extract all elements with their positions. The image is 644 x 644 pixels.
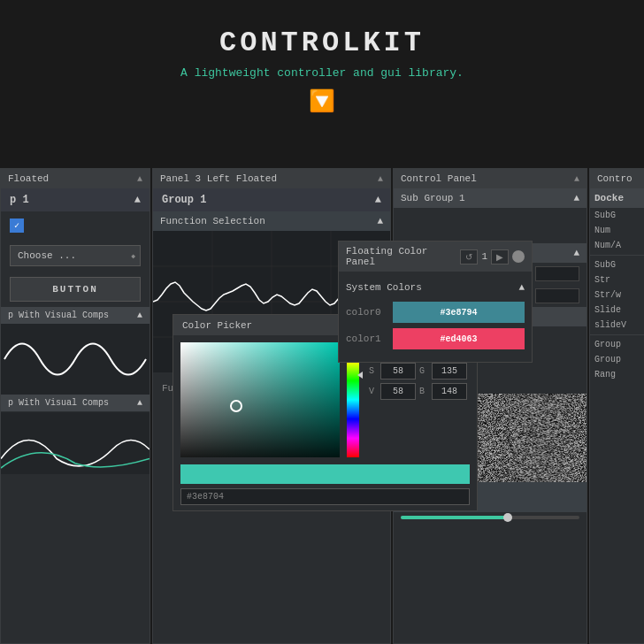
g-label: G: [419, 366, 428, 376]
color0-chip[interactable]: #3e8794: [393, 302, 525, 323]
visual-comp1-arrow: ▲: [137, 310, 142, 320]
ctrl-button[interactable]: BUTTON: [10, 277, 141, 302]
s-label: S: [366, 366, 377, 376]
fcp-title: Floating Color Panel: [346, 246, 460, 267]
visual-comp2-label: p With Visual Comps: [8, 398, 109, 408]
p4-strw: Str/w: [590, 288, 644, 303]
function-selection-label: Function Selection: [160, 216, 265, 226]
panel3-header: Control Panel ▲: [394, 169, 586, 188]
system-colors-arrow: ▲: [518, 282, 525, 293]
panel1-title: Floated: [8, 173, 49, 184]
subgroup1-header: Sub Group 1 ▲: [394, 188, 586, 208]
gradient-circle[interactable]: [230, 400, 242, 412]
fcp-reset-btn[interactable]: ↺: [460, 249, 478, 264]
wave-svg-1: [1, 324, 150, 395]
fcp-header-left: Floating Color Panel: [346, 246, 460, 267]
slider-thumb[interactable]: [503, 513, 512, 522]
panel1-arrow: ▲: [137, 174, 142, 184]
fcp-forward-btn[interactable]: ▶: [491, 249, 509, 264]
b-input[interactable]: [432, 383, 467, 400]
p4-subg: SubG: [590, 208, 644, 223]
hue-arrow: [357, 372, 363, 379]
v-row: V B: [366, 383, 470, 400]
checkbox-input[interactable]: ✓: [10, 218, 24, 233]
visual-comp1-header: p With Visual Comps ▲: [1, 307, 150, 324]
num-input[interactable]: [535, 266, 579, 281]
panel3-arrow: ▲: [574, 174, 579, 184]
panel-right-partial: Contro Docke SubG Num Num/A SubG Str Str…: [589, 168, 644, 644]
subgroup1-label: Sub Group 1: [401, 193, 465, 203]
g-input[interactable]: [432, 363, 467, 380]
panel1-group-arrow: ▲: [134, 194, 141, 206]
color1-value: #ed4063: [440, 334, 477, 344]
wave-display-2: [1, 412, 150, 474]
subgroup2-arrow: ▲: [573, 248, 579, 258]
panel1-group-label: p 1: [10, 194, 29, 206]
app-header: CONTROLKIT A lightweight controller and …: [0, 0, 644, 127]
color1-label: color1: [346, 334, 386, 344]
p4-num: Num: [590, 223, 644, 238]
app-subtitle: A lightweight controller and gui library…: [0, 66, 644, 80]
panel2-title: Panel 3 Left Floated: [160, 173, 277, 184]
visual-comp1-label: p With Visual Comps: [8, 310, 109, 320]
visual-comp-group1: p With Visual Comps ▲: [1, 307, 150, 395]
color-gradient[interactable]: [180, 342, 340, 457]
fcp-counter: 1: [481, 251, 487, 262]
color-preview: [180, 464, 470, 484]
slider-track: [401, 516, 579, 519]
subgroup1-arrow: ▲: [573, 193, 579, 203]
p4-numa: Num/A: [590, 238, 644, 253]
color0-label: color0: [346, 307, 386, 318]
checkbox-row: ✓: [1, 211, 150, 240]
p4-slidev: slideV: [590, 318, 644, 333]
p4-group2: Group: [590, 352, 644, 367]
wave-display-1: [1, 324, 150, 395]
panel1-header: Floated ▲: [1, 169, 150, 188]
p4-range: Rang: [590, 367, 644, 382]
fcp-header: Floating Color Panel ↺ 1 ▶: [339, 242, 532, 272]
fcp-dot-btn[interactable]: [512, 250, 525, 263]
slider-fill: [401, 516, 508, 519]
app-title: CONTROLKIT: [0, 27, 644, 59]
panel1-group-header: p 1 ▲: [1, 188, 150, 211]
visual-comp2-header: p With Visual Comps ▲: [1, 395, 150, 411]
p4-separator2: [590, 334, 644, 335]
function-selection-arrow: ▲: [377, 216, 383, 226]
function-selection-header: Function Selection ▲: [153, 211, 390, 231]
choose-select[interactable]: Choose ...: [10, 245, 141, 266]
panel3-title: Control Panel: [401, 173, 477, 184]
system-colors-header: System Colors ▲: [346, 279, 525, 296]
color0-value: #3e8794: [440, 308, 477, 318]
color0-row: color0 #3e8794: [346, 302, 525, 323]
panel2-group-label: Group 1: [162, 194, 206, 206]
s-row: S G: [366, 363, 470, 380]
system-colors-label: System Colors: [346, 282, 422, 293]
p4-str: Str: [590, 272, 644, 288]
subgroup-content: [394, 208, 586, 243]
docked-header: Docke: [590, 188, 644, 208]
hex-input[interactable]: [180, 488, 470, 505]
p4-group1: Group: [590, 337, 644, 352]
range-slider[interactable]: [394, 512, 586, 523]
panel4-header: Contro: [590, 169, 644, 188]
fcp-controls: ↺ 1 ▶: [460, 249, 525, 264]
visual-comp-group2: p With Visual Comps ▲: [1, 395, 150, 474]
p4-separator1: [590, 255, 644, 256]
fcp-body: System Colors ▲ color0 #3e8794 color1 #e…: [339, 272, 532, 362]
panel2-arrow: ▲: [378, 174, 383, 184]
panel2-group-header: Group 1 ▲: [153, 188, 390, 211]
v-label: V: [366, 387, 377, 396]
select-row: Choose ...: [1, 240, 150, 272]
button-row: BUTTON: [1, 272, 150, 307]
wave-svg-2: [1, 412, 150, 474]
fork-icon: 🔽: [0, 88, 644, 114]
color1-chip[interactable]: #ed4063: [393, 328, 525, 349]
select-wrapper: Choose ...: [10, 245, 141, 266]
numa-input[interactable]: [535, 288, 579, 303]
b-label: B: [419, 387, 428, 396]
gradient-bg: [180, 342, 340, 457]
v-input[interactable]: [380, 383, 416, 400]
panel-floated: Floated ▲ p 1 ▲ ✓ Choose ... BUTTON p Wi…: [0, 168, 150, 644]
s-input[interactable]: [380, 363, 416, 380]
floating-color-panel: Floating Color Panel ↺ 1 ▶ System Colors…: [338, 241, 533, 363]
